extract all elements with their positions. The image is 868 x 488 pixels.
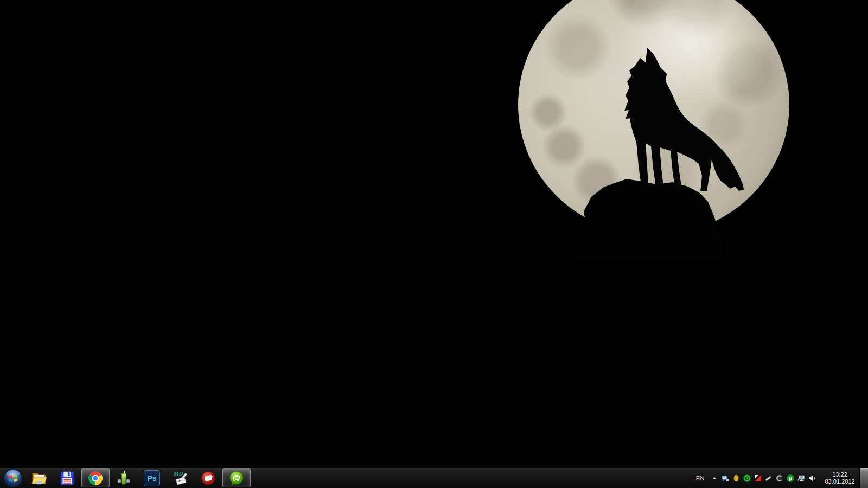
photoshop-ps-glyph: Ps	[144, 470, 160, 486]
taskbar-item-total-commander[interactable]	[53, 468, 81, 487]
taskbar-item-md-dictionary[interactable]: MD	[166, 468, 194, 487]
tray-icon-messenger[interactable]	[720, 473, 730, 483]
taskbar-item-mailru-agent[interactable]: @	[222, 468, 251, 487]
taskbar-item-windows-explorer[interactable]	[25, 468, 53, 487]
md-pencil-icon: MD	[171, 470, 189, 487]
system-tray: EN	[695, 468, 858, 488]
wolf-and-rock-silhouette	[0, 0, 868, 488]
svg-text:MD: MD	[173, 470, 183, 477]
svg-text:µ: µ	[789, 475, 792, 481]
language-indicator[interactable]: EN	[695, 475, 708, 481]
qip-glass-icon	[115, 470, 132, 487]
chrome-icon	[87, 470, 104, 486]
desktop-wallpaper	[0, 0, 868, 488]
tray-icon-utorrent[interactable]: µ	[786, 473, 795, 483]
floppy-disk-icon	[59, 470, 75, 486]
tray-icon-gold-coin[interactable]	[731, 473, 741, 483]
red-sphere-icon	[200, 470, 216, 486]
show-desktop-button[interactable]	[859, 468, 868, 488]
howling-wolf-silhouette	[624, 48, 744, 191]
taskbar-item-photoshop[interactable]: Ps	[138, 468, 166, 487]
taskbar: Ps MD	[0, 467, 868, 488]
taskbar-app-row: Ps MD	[1, 468, 251, 488]
mailru-agent-icon: @	[228, 470, 245, 486]
tray-icon-gray-ring[interactable]	[775, 473, 784, 483]
tray-icon-pencil[interactable]	[764, 473, 773, 483]
hidden-icons-expander[interactable]	[710, 473, 719, 483]
clock-date: 03.01.2012	[821, 478, 858, 485]
clock[interactable]: 13:22 03.01.2012	[821, 471, 858, 485]
taskbar-item-google-chrome[interactable]	[81, 468, 110, 487]
taskbar-item-qip[interactable]	[110, 468, 138, 487]
svg-text:@: @	[233, 473, 241, 482]
clock-time: 13:22	[821, 471, 858, 478]
tray-icon-network[interactable]	[796, 473, 806, 483]
folder-explorer-icon	[30, 470, 48, 487]
windows-orb-icon	[3, 468, 23, 488]
chevron-up-icon	[711, 475, 718, 481]
tray-icon-volume[interactable]	[807, 473, 816, 483]
taskbar-item-red-sphere-app[interactable]	[194, 468, 222, 487]
start-button[interactable]	[1, 468, 25, 487]
tray-icon-kaspersky[interactable]	[753, 473, 762, 483]
tray-icon-green-disc[interactable]	[742, 473, 751, 483]
